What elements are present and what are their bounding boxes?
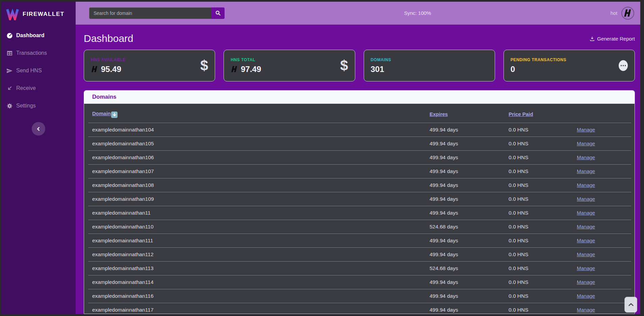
stat-card-label: DOMAINS (371, 57, 391, 62)
stat-card-label: HNS TOTAL (231, 57, 261, 62)
sidebar-item-settings[interactable]: Settings (1, 97, 76, 115)
stat-card-pending-transactions: PENDING TRANSACTIONS 0 (504, 50, 635, 81)
sidebar-item-label: Receive (16, 85, 36, 91)
manage-link[interactable]: Manage (577, 293, 595, 299)
expires-cell: 499.94 days (426, 123, 505, 137)
price-cell: 0.0 HNS (505, 192, 573, 206)
domain-cell: exampledomainnathan107 (88, 164, 426, 178)
expires-cell: 499.94 days (426, 150, 505, 164)
sort-by-expires-link[interactable]: Expires (430, 111, 448, 117)
manage-link[interactable]: Manage (577, 168, 595, 174)
manage-link[interactable]: Manage (577, 251, 595, 257)
domain-cell: exampledomainnathan110 (88, 220, 426, 234)
sidebar: FIREWALLET Dashboard Transactions Send H… (1, 2, 76, 314)
sidebar-item-label: Settings (16, 103, 36, 109)
chevron-left-icon (36, 127, 41, 131)
generate-report-label: Generate Report (597, 36, 635, 42)
gauge-icon (6, 32, 13, 39)
gear-icon (6, 103, 13, 109)
manage-link[interactable]: Manage (577, 196, 595, 202)
table-row: exampledomainnathan116 499.94 days 0.0 H… (88, 289, 631, 303)
table-header-row: Domain Expires Price Paid (88, 104, 631, 123)
price-cell: 0.0 HNS (505, 178, 573, 192)
receive-arrow-icon (6, 85, 13, 92)
table-row: exampledomainnathan113 524.68 days 0.0 H… (88, 261, 631, 275)
sidebar-item-send-hns[interactable]: Send HNS (1, 62, 76, 79)
price-cell: 0.0 HNS (505, 164, 573, 178)
scroll-to-top-button[interactable] (624, 297, 637, 313)
manage-link[interactable]: Manage (577, 265, 595, 271)
manage-link[interactable]: Manage (577, 238, 595, 243)
firewallet-logo-icon (6, 8, 19, 20)
table-row: exampledomainnathan105 499.94 days 0.0 H… (88, 137, 631, 150)
domain-cell: exampledomainnathan114 (88, 275, 426, 289)
stat-card-label: HNS AVAILABLE (91, 57, 126, 62)
manage-link[interactable]: Manage (577, 182, 595, 188)
ellipsis-icon (621, 65, 622, 66)
table-icon (6, 50, 13, 56)
stat-card-value: 95.49 (101, 65, 121, 74)
paper-plane-icon (6, 68, 13, 74)
price-cell: 0.0 HNS (505, 220, 573, 234)
expires-cell: 499.94 days (426, 275, 505, 289)
expires-cell: 524.68 days (426, 261, 505, 275)
manage-link[interactable]: Manage (577, 279, 595, 285)
expires-cell: 524.68 days (426, 220, 505, 234)
search-icon (215, 10, 221, 16)
stat-card-hns-available: HNS AVAILABLE 95.49 $ (84, 50, 215, 81)
sidebar-item-dashboard[interactable]: Dashboard (1, 27, 76, 44)
domain-cell: exampledomainnathan111 (88, 234, 426, 247)
chevron-up-icon (628, 303, 634, 306)
domains-panel-title: Domains (92, 94, 117, 100)
expires-cell: 499.94 days (426, 303, 505, 314)
sidebar-collapse-button[interactable] (32, 122, 45, 136)
sidebar-item-transactions[interactable]: Transactions (1, 44, 76, 62)
generate-report-button[interactable]: Generate Report (590, 36, 635, 42)
table-row: exampledomainnathan104 499.94 days 0.0 H… (88, 123, 631, 137)
wallet-menu[interactable]: hot (611, 7, 637, 20)
domains-table: Domain Expires Price Paid exampledomainn… (88, 104, 631, 314)
manage-link[interactable]: Manage (577, 210, 595, 216)
stat-card-value: 301 (371, 65, 384, 74)
manage-link[interactable]: Manage (577, 154, 595, 160)
price-cell: 0.0 HNS (505, 275, 573, 289)
handshake-logo-icon (623, 8, 633, 18)
wallet-avatar[interactable] (621, 7, 634, 20)
manage-link[interactable]: Manage (577, 127, 595, 132)
brand[interactable]: FIREWALLET (1, 2, 76, 27)
price-cell: 0.0 HNS (505, 303, 573, 314)
sort-by-price-link[interactable]: Price Paid (509, 111, 533, 117)
search-input[interactable] (89, 7, 211, 19)
manage-link[interactable]: Manage (577, 307, 595, 313)
sidebar-item-label: Dashboard (16, 32, 45, 39)
price-cell: 0.0 HNS (505, 137, 573, 150)
stat-card-value: 97.49 (241, 65, 261, 74)
wallet-name: hot (611, 10, 617, 16)
manage-link[interactable]: Manage (577, 141, 595, 146)
domain-cell: exampledomainnathan116 (88, 289, 426, 303)
domain-cell: exampledomainnathan11 (88, 206, 426, 220)
expires-cell: 499.94 days (426, 178, 505, 192)
price-cell: 0.0 HNS (505, 123, 573, 137)
app-window: FIREWALLET Dashboard Transactions Send H… (1, 2, 640, 314)
dollar-sign-icon: $ (200, 58, 208, 73)
pending-menu-button[interactable] (619, 60, 628, 71)
brand-name: FIREWALLET (23, 11, 65, 18)
expires-cell: 499.94 days (426, 206, 505, 220)
dollar-sign-icon: $ (340, 58, 348, 73)
domains-panel: Domains Domain Expires Price Paid (84, 90, 635, 314)
domain-cell: exampledomainnathan109 (88, 192, 426, 206)
stat-card-value: 0 (511, 65, 515, 74)
manage-link[interactable]: Manage (577, 224, 595, 229)
table-row: exampledomainnathan110 524.68 days 0.0 H… (88, 220, 631, 234)
domain-cell: exampledomainnathan117 (88, 303, 426, 314)
domain-cell: exampledomainnathan108 (88, 178, 426, 192)
sidebar-item-label: Transactions (16, 50, 47, 56)
sort-by-domain-link[interactable]: Domain (92, 111, 111, 116)
sort-down-arrow-icon (111, 112, 118, 118)
price-cell: 0.0 HNS (505, 247, 573, 261)
price-cell: 0.0 HNS (505, 234, 573, 247)
stat-card-domains: DOMAINS 301 (364, 50, 495, 81)
search-button[interactable] (211, 7, 225, 19)
sidebar-item-receive[interactable]: Receive (1, 79, 76, 97)
